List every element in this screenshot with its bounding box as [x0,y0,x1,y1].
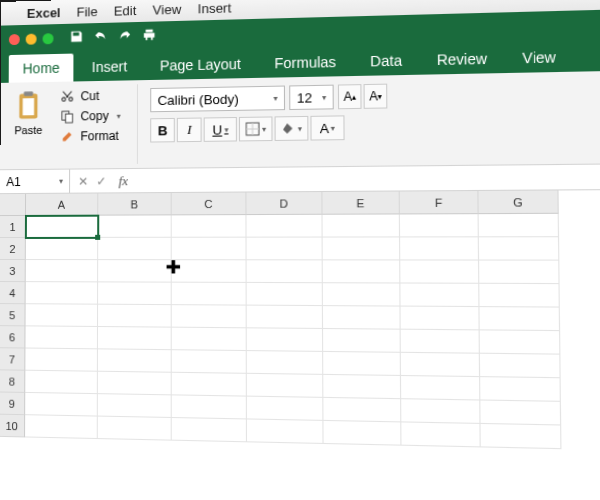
cell[interactable] [323,329,401,353]
row-header[interactable]: 3 [0,260,26,282]
cell[interactable] [323,352,401,376]
cell[interactable] [481,424,562,449]
cell[interactable] [98,394,172,418]
tab-home[interactable]: Home [9,54,74,83]
cell[interactable] [172,373,247,397]
cell[interactable] [25,371,98,394]
cell[interactable] [172,238,247,261]
decrease-font-button[interactable]: A▾ [364,84,388,109]
row-header[interactable]: 1 [0,216,26,238]
cell[interactable] [401,307,480,331]
cancel-formula-icon[interactable]: ✕ [78,174,88,188]
row-header[interactable]: 6 [0,326,26,348]
tab-data[interactable]: Data [355,46,417,76]
cell[interactable] [401,399,480,424]
cell[interactable] [400,214,479,237]
cell[interactable] [26,304,99,327]
cell[interactable] [172,215,247,238]
cell[interactable] [400,237,479,260]
cell[interactable] [26,260,98,282]
name-box[interactable]: A1 ▾ [0,170,70,194]
cell[interactable] [25,326,98,349]
fx-label[interactable]: fx [114,173,128,189]
tab-insert[interactable]: Insert [78,52,142,81]
row-header[interactable]: 5 [0,304,26,326]
row-header[interactable]: 9 [0,392,25,415]
tab-page-layout[interactable]: Page Layout [146,49,256,80]
cell[interactable] [401,330,480,354]
undo-icon[interactable] [94,28,108,45]
font-size-select[interactable]: 12 ▾ [289,85,334,110]
cell[interactable] [479,307,560,331]
print-icon[interactable] [142,27,156,44]
cell[interactable] [98,305,172,328]
fill-color-button[interactable]: ▾ [275,116,309,141]
cell[interactable] [98,417,172,441]
save-icon[interactable] [69,29,83,46]
cut-button[interactable]: Cut [56,87,125,106]
font-name-select[interactable]: Calibri (Body) ▾ [150,86,285,113]
accept-formula-icon[interactable]: ✓ [96,174,106,188]
select-all-corner[interactable] [0,194,26,216]
cell[interactable] [479,261,560,285]
bold-button[interactable]: B [150,118,175,143]
row-header[interactable]: 10 [0,415,25,438]
cell[interactable] [26,238,98,260]
row-header[interactable]: 7 [0,348,25,370]
cell[interactable] [98,282,172,305]
borders-button[interactable]: ▾ [239,116,273,141]
cell[interactable] [247,397,324,421]
cell[interactable] [172,418,247,442]
cell[interactable] [247,283,323,306]
tab-view[interactable]: View [507,42,572,73]
redo-icon[interactable] [118,28,132,45]
column-header[interactable]: G [478,190,558,214]
cell[interactable] [323,306,401,330]
cell[interactable] [323,398,401,423]
cell[interactable] [247,260,323,283]
cell[interactable] [401,422,480,447]
maximize-window-button[interactable] [43,33,54,44]
row-header[interactable]: 4 [0,282,26,304]
cell[interactable] [479,214,559,238]
cell[interactable] [479,237,559,260]
cell[interactable] [98,215,172,238]
paste-button[interactable]: Paste [8,86,48,148]
row-header[interactable]: 8 [0,370,25,393]
formula-input[interactable] [128,164,600,192]
cell[interactable] [323,260,401,283]
cell[interactable] [247,238,323,261]
cell[interactable] [172,328,247,351]
copy-button[interactable]: Copy ▾ [56,107,125,126]
cell[interactable] [98,372,172,396]
cell[interactable] [25,415,98,439]
menubar-app[interactable]: Excel [27,5,61,21]
menu-edit[interactable]: Edit [114,3,137,19]
column-header[interactable]: B [98,193,171,216]
cell[interactable] [247,351,323,375]
row-header[interactable]: 2 [0,238,26,260]
column-header[interactable]: A [26,193,98,215]
column-header[interactable]: E [322,192,399,215]
cell[interactable] [480,401,561,426]
cell[interactable] [172,283,247,306]
cell[interactable] [401,376,480,401]
cell[interactable] [480,354,561,379]
cell-a1[interactable] [26,216,98,238]
tab-formulas[interactable]: Formulas [260,47,351,78]
column-header[interactable]: D [246,192,322,215]
increase-font-button[interactable]: A▴ [338,84,362,109]
cell[interactable] [479,284,560,308]
cell[interactable] [247,306,323,329]
minimize-window-button[interactable] [26,33,37,44]
format-painter-button[interactable]: Format [56,127,125,146]
cell[interactable] [323,214,401,237]
cell[interactable] [246,215,322,238]
cell[interactable] [247,328,323,352]
menu-file[interactable]: File [77,4,98,20]
cell[interactable] [172,305,247,328]
cell[interactable] [323,375,401,399]
cell[interactable] [480,330,561,354]
close-window-button[interactable] [9,34,20,45]
cell[interactable] [26,282,98,305]
